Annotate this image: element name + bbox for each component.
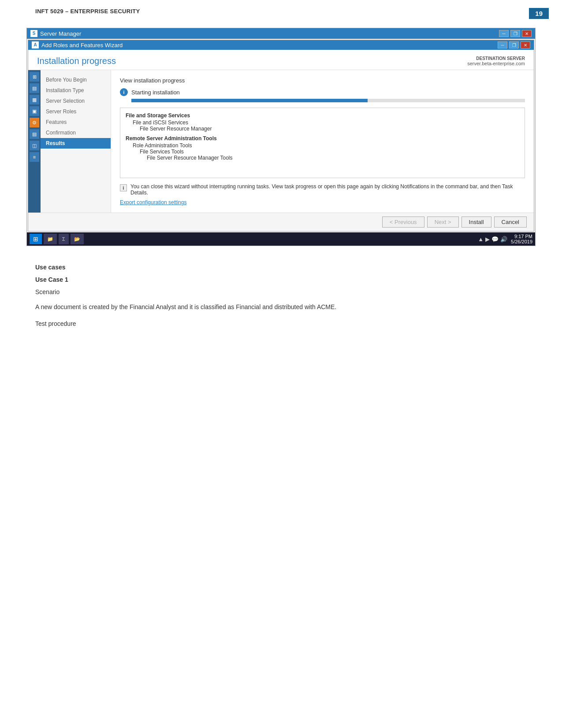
use-cases-title: Use cases: [35, 264, 527, 271]
sm-wincontrols: ─ ❐ ✕: [499, 30, 532, 37]
destination-server-name: server.beta-enterprise.com: [467, 61, 525, 66]
wizard-titlebar: A Add Roles and Features Wizard ─ ❐ ✕: [28, 40, 534, 50]
taskbar-item-sigma[interactable]: Σ: [59, 234, 69, 244]
sm-app-icon: S: [30, 30, 37, 37]
taskbar-clock: 9:17 PM 5/26/2019: [511, 234, 532, 244]
nav-item-installation-type[interactable]: Installation Type: [41, 85, 111, 96]
wizard-footer: < Previous Next > Install Cancel: [28, 213, 534, 231]
wizard-nav: Before You Begin Installation Type Serve…: [41, 70, 111, 213]
nav-item-confirmation[interactable]: Confirmation: [41, 127, 111, 138]
wizard-window: A Add Roles and Features Wizard ─ ❐ ✕ In…: [28, 40, 534, 231]
test-procedure-label: Test procedure: [35, 320, 527, 327]
sm-sidebar-icon-5[interactable]: ⚙: [30, 118, 39, 127]
tree-section-title-1: File and Storage Services: [126, 112, 519, 119]
cancel-button[interactable]: Cancel: [494, 217, 527, 228]
nav-label-installation-type: Installation Type: [46, 87, 84, 93]
tree-item-file-services: File Services Tools: [126, 149, 519, 155]
nav-item-server-selection[interactable]: Server Selection: [41, 96, 111, 106]
feature-tree: File and Storage Services File and iSCSI…: [120, 108, 525, 178]
nav-label-before-you-begin: Before You Begin: [46, 77, 87, 83]
install-button[interactable]: Install: [462, 217, 491, 228]
progress-bar-container: [131, 99, 525, 102]
tree-section-rsat: Remote Server Administration Tools Role …: [126, 135, 519, 161]
sm-close-btn[interactable]: ✕: [522, 30, 532, 37]
info-note-text: You can close this wizard without interr…: [130, 183, 525, 196]
tree-item-role-admin: Role Administration Tools: [126, 142, 519, 149]
export-link[interactable]: Export configuration settings: [120, 199, 525, 205]
info-note: i You can close this wizard without inte…: [120, 183, 525, 196]
progress-row: i Starting installation: [120, 88, 525, 96]
tree-item-iscsi: File and iSCSI Services: [126, 119, 519, 126]
nav-label-server-selection: Server Selection: [46, 98, 85, 104]
nav-label-results: Results: [46, 140, 65, 146]
wizard-title: Add Roles and Features Wizard: [41, 42, 123, 49]
info-icon: i: [120, 88, 128, 96]
sm-title: Server Manager: [40, 30, 81, 37]
sm-sidebar-icon-6[interactable]: ▤: [30, 129, 39, 139]
scenario-paragraph: A new document is created by the Financi…: [35, 301, 527, 313]
wizard-header-title: Installation progress: [37, 56, 116, 66]
tree-item-fsrm: File Server Resource Manager: [126, 126, 519, 132]
tray-arrow-icon[interactable]: ▲: [478, 236, 484, 243]
taskbar: ⊞ 📁 Σ 📂 ▲ ▶ 💬 🔊 9:17 PM 5/26/2019: [27, 232, 535, 246]
sm-sidebar-icon-4[interactable]: ▣: [30, 106, 39, 116]
server-manager-titlebar: S Server Manager ─ ❐ ✕: [27, 28, 535, 39]
tray-network-icon[interactable]: ▶: [485, 236, 490, 243]
wizard-main: ⊞ ▤ ▦ ▣ ⚙ ▤ ◫ ≡ Before You Begin Install…: [28, 70, 534, 213]
taskbar-item-file-explorer[interactable]: 📁: [44, 234, 57, 244]
document-content: Use cases Use Case 1 Scenario A new docu…: [0, 255, 562, 341]
sm-sidebar-icon-8[interactable]: ≡: [30, 152, 39, 162]
previous-button[interactable]: < Previous: [382, 217, 424, 228]
wizard-restore-btn[interactable]: ❐: [509, 41, 519, 49]
tree-section-title-2: Remote Server Administration Tools: [126, 135, 519, 142]
taskbar-start-button[interactable]: ⊞: [30, 234, 42, 244]
use-case-1-title: Use Case 1: [35, 276, 527, 283]
taskbar-item-folder[interactable]: 📂: [71, 234, 84, 244]
taskbar-item-sigma-icon: Σ: [62, 236, 65, 242]
page-header: INFT 5029 – ENTERPRISE SECURITY 19: [0, 0, 562, 23]
nav-item-server-roles[interactable]: Server Roles: [41, 106, 111, 117]
next-button[interactable]: Next >: [427, 217, 459, 228]
view-progress-label: View installation progress: [120, 77, 525, 84]
tree-section-file-storage: File and Storage Services File and iSCSI…: [126, 112, 519, 132]
sm-restore-btn[interactable]: ❐: [510, 30, 520, 37]
sm-min-btn[interactable]: ─: [499, 30, 509, 37]
progress-status: Starting installation: [131, 89, 180, 96]
page-title: INFT 5029 – ENTERPRISE SECURITY: [35, 8, 140, 15]
taskbar-date: 5/26/2019: [511, 239, 532, 244]
wizard-header: Installation progress DESTINATION SERVER…: [28, 50, 534, 70]
nav-item-before-you-begin[interactable]: Before You Begin: [41, 75, 111, 85]
wizard-min-btn[interactable]: ─: [498, 41, 507, 49]
taskbar-right: ▲ ▶ 💬 🔊 9:17 PM 5/26/2019: [478, 234, 532, 244]
sm-sidebar-icon-7[interactable]: ◫: [30, 141, 39, 150]
taskbar-item-folder-icon: 📂: [74, 236, 80, 242]
nav-label-server-roles: Server Roles: [46, 108, 76, 115]
sm-left-sidebar: ⊞ ▤ ▦ ▣ ⚙ ▤ ◫ ≡: [28, 70, 41, 213]
sm-titlebar-left: S Server Manager: [30, 30, 81, 37]
progress-bar-fill: [131, 99, 368, 102]
tray-volume-icon[interactable]: 🔊: [500, 236, 507, 243]
tray-notification-icon[interactable]: 💬: [491, 236, 499, 243]
wizard-close-btn[interactable]: ✕: [521, 41, 530, 49]
wizard-left-area: ⊞ ▤ ▦ ▣ ⚙ ▤ ◫ ≡ Before You Begin Install…: [28, 70, 111, 213]
sm-sidebar-icon-1[interactable]: ⊞: [30, 72, 39, 82]
nav-item-features[interactable]: Features: [41, 117, 111, 127]
taskbar-time: 9:17 PM: [511, 234, 532, 239]
wizard-titlebar-left: A Add Roles and Features Wizard: [32, 41, 123, 49]
sm-sidebar-icon-3[interactable]: ▦: [30, 95, 39, 105]
tree-item-fsrm-tools: File Server Resource Manager Tools: [126, 155, 519, 161]
info-note-icon: i: [120, 184, 127, 191]
destination-server: DESTINATION SERVER server.beta-enterpris…: [467, 56, 525, 66]
nav-item-results[interactable]: Results: [41, 138, 111, 149]
nav-label-features: Features: [46, 119, 67, 125]
scenario-label: Scenario: [35, 288, 527, 295]
wizard-content: View installation progress i Starting in…: [111, 70, 534, 213]
wizard-wincontrols: ─ ❐ ✕: [498, 41, 530, 49]
taskbar-tray-icons: ▲ ▶ 💬 🔊: [478, 236, 507, 243]
page-number: 19: [529, 8, 549, 19]
destination-label: DESTINATION SERVER: [467, 56, 525, 61]
server-manager-window: S Server Manager ─ ❐ ✕ A Add Roles and F…: [26, 28, 536, 246]
wizard-app-icon: A: [32, 41, 39, 49]
sm-sidebar-icon-2[interactable]: ▤: [30, 83, 39, 93]
taskbar-item-file-explorer-icon: 📁: [47, 236, 53, 242]
